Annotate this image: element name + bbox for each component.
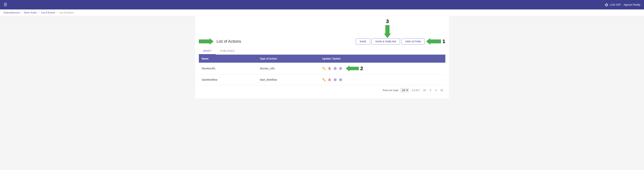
- delete-icon-row2[interactable]: 🗑: [328, 78, 331, 82]
- page-actions: SAVE SAVE & PUBLISH ADD ACTION 1: [356, 38, 445, 45]
- col-type: Type of Action: [257, 55, 319, 63]
- annotation-3: 3: [384, 19, 391, 38]
- col-name: Name: [199, 55, 257, 63]
- pagination: Rows per page: 10 25 50 1-2 of 2 |< < > …: [199, 85, 445, 93]
- table-header-row: Name Type of Action Update / Delete: [199, 55, 445, 63]
- breadcrumb-list-of-events[interactable]: List of Events: [41, 11, 55, 14]
- page-header: List of Actions SAVE SAVE & PUBLISH ADD …: [199, 38, 445, 45]
- table-row: StartWorkflow Start_Workflow ✏️ 🗑 ⊕ ⊕: [199, 74, 445, 85]
- table-row: ShortenURL Shorten_URL ✏️ 🗑 ⊕ ⊕ 2: [199, 63, 445, 74]
- next-page-button[interactable]: >: [434, 88, 438, 92]
- left-arrow-icon-1: [426, 38, 441, 45]
- row2-type: Start_Workflow: [257, 74, 319, 85]
- delete-icon-row1[interactable]: 🗑: [328, 67, 331, 70]
- page-title: List of Actions: [216, 39, 241, 44]
- row2-action-icons: ✏️ 🗑 ⊕ ⊕: [322, 77, 442, 82]
- tabs: DRAFT PUBLISHED: [199, 48, 445, 55]
- user-name: Agarani Reddy: [624, 3, 640, 6]
- left-arrow-icon-2: [346, 66, 359, 71]
- tab-published[interactable]: PUBLISHED: [216, 48, 239, 55]
- row1-action-icons: ✏️ 🗑 ⊕ ⊕ 2: [322, 66, 442, 71]
- right-arrow-icon-header: [199, 38, 214, 45]
- add-action-button[interactable]: ADD ACTION: [402, 39, 425, 45]
- save-publish-button[interactable]: SAVE & PUBLISH: [372, 39, 400, 45]
- save-button[interactable]: SAVE: [356, 39, 370, 45]
- edit-icon-row1[interactable]: ✏️: [322, 67, 326, 70]
- down-arrow-icon: [384, 25, 391, 38]
- prev-page-button[interactable]: <: [428, 88, 432, 92]
- table-container: Name Type of Action Update / Delete Shor…: [199, 55, 445, 85]
- annotation-1: 1: [426, 38, 445, 45]
- col-update-delete: Update / Delete: [319, 55, 445, 63]
- last-page-button[interactable]: >|: [439, 88, 444, 92]
- logout-label[interactable]: LOG OFF: [610, 3, 621, 6]
- circle-plus-icon-row1a[interactable]: ⊕: [334, 66, 337, 71]
- logout-icon: ⏻: [605, 3, 608, 7]
- row2-name: StartWorkflow: [199, 74, 257, 85]
- topbar: ☰ ⏻ LOG OFF Agarani Reddy: [0, 0, 644, 10]
- breadcrumb-current: List of Actions: [59, 11, 74, 14]
- breadcrumb-external-source[interactable]: ExternalSource: [4, 11, 20, 14]
- circle-plus-icon-row2a[interactable]: ⊕: [334, 77, 337, 82]
- circle-plus-icon-row1b[interactable]: ⊕: [339, 66, 342, 71]
- circle-plus-icon-row2b[interactable]: ⊕: [339, 77, 342, 82]
- tab-draft[interactable]: DRAFT: [199, 48, 216, 55]
- breadcrumb-silver-surfer[interactable]: Silver Surfer: [24, 11, 37, 14]
- pagination-range: 1-2 of 2: [412, 89, 420, 92]
- rows-per-page-label: Rows per page:: [383, 89, 399, 92]
- row1-type: Shorten_URL: [257, 63, 319, 74]
- edit-icon-row2[interactable]: ✏️: [322, 78, 326, 82]
- hamburger-icon[interactable]: ☰: [4, 2, 7, 7]
- breadcrumb: ExternalSource / Silver Surfer / List of…: [0, 10, 644, 16]
- first-page-button[interactable]: |<: [422, 88, 427, 92]
- actions-table: Name Type of Action Update / Delete Shor…: [199, 55, 445, 85]
- main-content: 3 List of Actions SAVE SAVE & PUBLISH AD…: [195, 16, 449, 98]
- annotation-2: 2: [346, 66, 363, 71]
- row2-actions: ✏️ 🗑 ⊕ ⊕: [319, 74, 445, 85]
- rows-per-page-select[interactable]: 10 25 50: [400, 88, 409, 92]
- row1-actions: ✏️ 🗑 ⊕ ⊕ 2: [319, 63, 445, 74]
- row1-name: ShortenURL: [199, 63, 257, 74]
